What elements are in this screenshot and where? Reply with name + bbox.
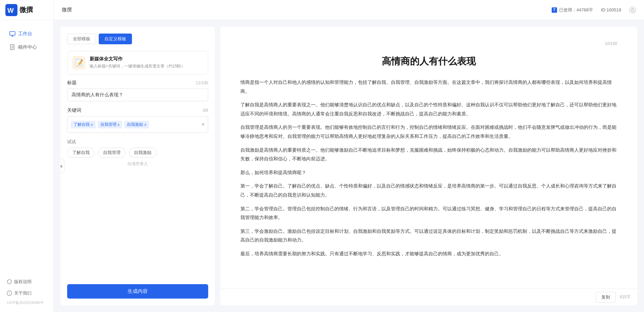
sidebar: W 微撰 工作台 稿件中心 版权说明 (0, 0, 54, 312)
try-tag-1[interactable]: 了解自我 (67, 148, 95, 158)
sidebar-nav: 工作台 稿件中心 (0, 20, 53, 271)
copyright-item[interactable]: 版权说明 (3, 276, 51, 288)
sidebar-item-workbench[interactable]: 工作台 (3, 28, 51, 40)
tab-custom-templates[interactable]: 自定义模板 (99, 34, 132, 44)
article-paragraph-2: 自我管理是高情商人的另一个重要表现。他们能够有效地控制自己的言行和行为，控制自己… (240, 123, 617, 141)
keywords-counter: 3/6 (202, 108, 208, 113)
monitor-icon (9, 31, 15, 37)
keyword-remove-2[interactable]: x (118, 122, 120, 126)
file-icon (9, 44, 15, 50)
article-paragraph-1: 了解自我是高情商人的重要表现之一。他们能够清楚地认识自己的优点和缺点，以及自己的… (240, 100, 617, 118)
keywords-label: 关键词 (67, 107, 81, 113)
template-desc: 输入标题+关键词，一键准确生成所需文章（约15秒） (90, 63, 185, 69)
usage-icon: T (552, 7, 557, 13)
bottom-word-count: 815字 (620, 294, 631, 300)
logo-text: 微撰 (19, 5, 33, 14)
title-counter: 11/100 (196, 81, 208, 85)
icp-text: ©ICP备2022016946号 (3, 299, 51, 307)
article-content: 10/100 高情商的人有什么表现 情商是指一个人对自己和他人的感情的认知和管理… (220, 27, 637, 289)
generate-button[interactable]: 生成内容 (67, 284, 208, 299)
logo: W 微撰 (0, 0, 53, 20)
power-icon (631, 8, 635, 12)
template-card[interactable]: 📝 新媒体全文写作 输入标题+关键词，一键准确生成所需文章（约15秒） (67, 51, 208, 74)
top-header: 微撰 T 已使用：44768字 ID:100519 (54, 0, 644, 20)
clear-text[interactable]: 白清空录入 (67, 161, 208, 167)
try-tag-3[interactable]: 自我激励 (129, 148, 156, 158)
article-paragraph-4: 那么，如何培养和提高情商呢？ (240, 168, 617, 177)
shield-icon (7, 279, 12, 284)
keywords-box[interactable]: 了解自我 x 自我管理 x 自我激励 x ✕ (67, 116, 208, 133)
about-item[interactable]: i 关于我们 (3, 288, 51, 299)
article-paragraph-3: 自我激励是高情商人的重要特质之一。他们能够激励自己不断地追求目标和梦想，克服困难… (240, 146, 617, 163)
sidebar-bottom: 版权说明 i 关于我们 ©ICP备2022016946号 (0, 271, 53, 312)
article-paragraph-7: 第三，学会激励自己。激励自己包括设定目标和计划、自我激励和自我奖励等方式。可以通… (240, 227, 617, 245)
article-word-count: 10/100 (240, 40, 617, 48)
article-paragraph-8: 最后，培养高情商需要长期的努力和实践。只有通过不断地学习、反思和实践，才能够提高… (240, 249, 617, 258)
template-icon: 📝 (72, 56, 86, 69)
keywords-clear-btn[interactable]: ✕ (201, 122, 205, 127)
title-section: 标题 11/100 (67, 80, 208, 101)
header-right: T 已使用：44768字 ID:100519 (552, 7, 636, 13)
try-label: 试试 (67, 139, 208, 145)
keyword-remove-1[interactable]: x (91, 122, 93, 126)
title-label: 标题 (67, 80, 77, 86)
article-body: 情商是指一个人对自己和他人的感情的认知和管理能力，包括了解自我、自我管理、自我激… (240, 78, 617, 258)
id-label: ID:100519 (601, 7, 621, 12)
drafts-label: 稿件中心 (18, 44, 37, 50)
collapse-toggle[interactable]: ◀ (60, 158, 64, 174)
article-title: 高情商的人有什么表现 (240, 53, 617, 70)
tab-all-templates[interactable]: 全部模板 (67, 34, 96, 44)
power-button[interactable] (629, 7, 636, 13)
right-panel: 10/100 高情商的人有什么表现 情商是指一个人对自己和他人的感情的认知和管理… (220, 27, 637, 305)
try-tag-2[interactable]: 自我管理 (98, 148, 126, 158)
right-bottom-bar: 复制 815字 (220, 289, 637, 305)
keyword-remove-3[interactable]: x (144, 122, 146, 126)
keywords-section: 关键词 3/6 了解自我 x 自我管理 x 自我激励 x (67, 107, 208, 133)
left-panel: ◀ 全部模板 自定义模板 📝 新媒体全文写作 输入标题+关键词，一键准确生成所需… (60, 27, 215, 305)
content-area: ◀ 全部模板 自定义模板 📝 新媒体全文写作 输入标题+关键词，一键准确生成所需… (54, 20, 644, 312)
keyword-tag-1[interactable]: 了解自我 x (71, 121, 96, 128)
svg-text:W: W (7, 7, 14, 14)
title-input[interactable] (67, 89, 208, 101)
keyword-tag-2[interactable]: 自我管理 x (98, 121, 123, 128)
copyright-label: 版权说明 (14, 279, 32, 285)
workbench-label: 工作台 (18, 31, 32, 37)
template-tabs: 全部模板 自定义模板 (67, 34, 208, 44)
logo-icon: W (5, 4, 17, 16)
template-name: 新媒体全文写作 (90, 56, 185, 62)
about-label: 关于我们 (14, 290, 32, 296)
info-icon: i (7, 291, 12, 296)
article-paragraph-6: 第二，学会管理自己。管理自己包括控制自己的情绪、行为和言语，以及管理自己的时间和… (240, 204, 617, 222)
template-info: 新媒体全文写作 输入标题+关键词，一键准确生成所需文章（约15秒） (90, 56, 185, 69)
keyword-tag-3[interactable]: 自我激励 x (124, 121, 149, 128)
try-tags: 了解自我 自我管理 自我激励 (67, 148, 208, 158)
svg-text:i: i (9, 292, 10, 295)
usage-label: 已使用：44768字 (559, 7, 593, 13)
svg-rect-2 (10, 32, 15, 35)
try-section: 试试 了解自我 自我管理 自我激励 白清空录入 (67, 139, 208, 167)
usage-info: T 已使用：44768字 (552, 7, 593, 13)
header-title: 微撰 (62, 7, 72, 13)
sidebar-item-drafts[interactable]: 稿件中心 (3, 41, 51, 54)
article-paragraph-5: 第一，学会了解自己。了解自己的优点、缺点、个性特质和偏好，以及自己的情感状态和情… (240, 181, 617, 199)
article-paragraph-0: 情商是指一个人对自己和他人的感情的认知和管理能力，包括了解自我、自我管理、自我激… (240, 78, 617, 96)
copy-button[interactable]: 复制 (596, 292, 616, 303)
main: 微撰 T 已使用：44768字 ID:100519 ◀ 全部模板 自定义 (54, 0, 644, 312)
